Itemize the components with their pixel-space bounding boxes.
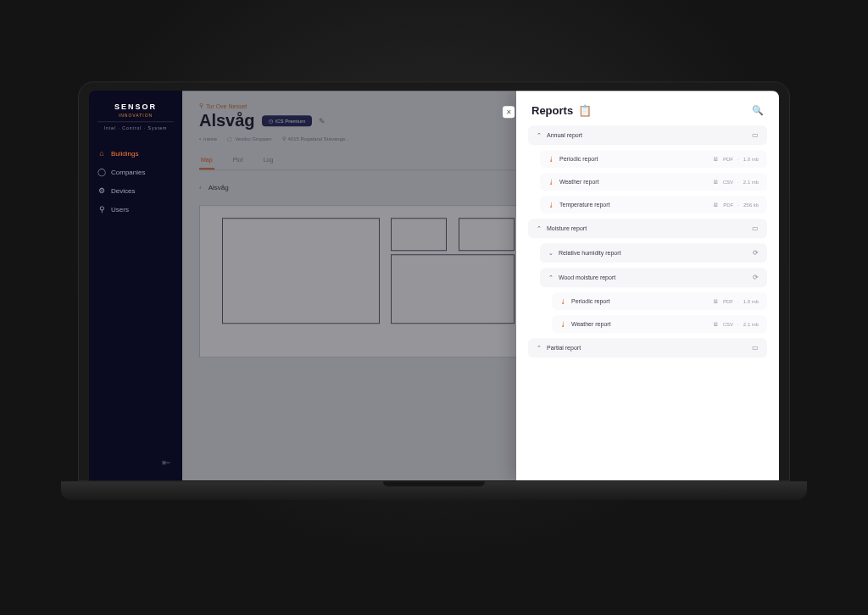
download-icon[interactable]: ⭳ bbox=[560, 298, 566, 304]
sidebar-item-buildings[interactable]: ⌂Buildings bbox=[97, 149, 174, 158]
document-icon: 🗎 bbox=[713, 202, 719, 208]
search-icon[interactable]: 🔍 bbox=[752, 105, 764, 116]
report-file[interactable]: ⭳Weather report🗎CSV·2.1 mb bbox=[552, 315, 767, 333]
group-label: Moisture report bbox=[547, 225, 587, 231]
report-file[interactable]: ⭳Periodic report🗎PDF·1.0 mb bbox=[540, 150, 767, 168]
logo-name: SENSOR bbox=[97, 102, 174, 111]
nav-icon: ⚙ bbox=[97, 186, 106, 195]
document-icon: 🗎 bbox=[713, 179, 719, 185]
reports-panel: ✕ Reports 📋 🔍 ⌃Annual report▭⭳Periodic r… bbox=[516, 91, 779, 480]
close-panel-button[interactable]: ✕ bbox=[503, 106, 515, 118]
file-size: 1.0 mb bbox=[743, 299, 759, 304]
file-format: PDF bbox=[723, 157, 733, 162]
download-icon[interactable]: ⭳ bbox=[548, 179, 554, 185]
file-label: Weather report bbox=[571, 321, 611, 327]
chevron-icon: ⌃ bbox=[537, 345, 542, 352]
chevron-icon: ⌃ bbox=[537, 225, 542, 232]
report-group[interactable]: ⌄Relative humidity report⟳ bbox=[540, 243, 767, 263]
logo-tag: Intel · Control · System bbox=[97, 121, 174, 130]
clipboard-icon: 📋 bbox=[578, 104, 592, 117]
folder-icon: ▭ bbox=[752, 224, 759, 232]
folder-icon: ⟳ bbox=[753, 274, 759, 281]
chevron-icon: ⌄ bbox=[548, 250, 554, 257]
collapse-sidebar-icon[interactable]: ⇤ bbox=[97, 457, 174, 468]
group-label: Partial report bbox=[547, 345, 581, 351]
chevron-icon: ⌃ bbox=[548, 274, 554, 281]
file-size: 256 kb bbox=[743, 202, 759, 208]
file-format: PDF bbox=[723, 299, 733, 304]
document-icon: 🗎 bbox=[713, 156, 719, 162]
file-label: Periodic report bbox=[559, 156, 598, 162]
nav-icon: ⚲ bbox=[97, 205, 106, 213]
group-label: Wood moisture report bbox=[559, 274, 615, 280]
download-icon[interactable]: ⭳ bbox=[548, 202, 554, 208]
sidebar-item-companies[interactable]: ◯Companies bbox=[97, 168, 174, 176]
group-label: Annual report bbox=[547, 132, 582, 138]
file-format: CSV bbox=[723, 180, 733, 185]
file-format: PDF bbox=[723, 202, 733, 208]
report-group[interactable]: ⌃Partial report▭ bbox=[528, 338, 767, 357]
file-label: Periodic report bbox=[571, 298, 610, 304]
report-group[interactable]: ⌃Moisture report▭ bbox=[528, 219, 767, 238]
download-icon[interactable]: ⭳ bbox=[548, 156, 554, 162]
folder-icon: ▭ bbox=[752, 344, 759, 352]
folder-icon: ▭ bbox=[752, 131, 759, 139]
panel-title: Reports bbox=[531, 104, 573, 117]
file-size: 2.1 mb bbox=[743, 322, 759, 327]
report-file[interactable]: ⭳Temperature report🗎PDF·256 kb bbox=[540, 196, 767, 213]
file-size: 1.0 mb bbox=[743, 157, 759, 162]
file-format: CSV bbox=[723, 322, 733, 327]
group-label: Relative humidity report bbox=[559, 250, 621, 256]
logo-sub: INNOVATION bbox=[97, 113, 174, 118]
download-icon[interactable]: ⭳ bbox=[560, 321, 566, 327]
file-label: Temperature report bbox=[559, 202, 610, 208]
file-size: 2.1 mb bbox=[743, 180, 759, 185]
sidebar-item-devices[interactable]: ⚙Devices bbox=[97, 186, 174, 195]
folder-icon: ⟳ bbox=[753, 249, 759, 257]
document-icon: 🗎 bbox=[713, 321, 719, 327]
main-content: ⚲ Tor Ove Nesset Alsvåg ◷ ICS Premium ✎ … bbox=[182, 91, 779, 480]
report-group[interactable]: ⌃Annual report▭ bbox=[528, 125, 767, 145]
report-file[interactable]: ⭳Periodic report🗎PDF·1.0 mb bbox=[552, 292, 767, 310]
report-file[interactable]: ⭳Weather report🗎CSV·2.1 mb bbox=[540, 173, 767, 191]
nav-icon: ◯ bbox=[97, 168, 106, 176]
file-label: Weather report bbox=[559, 179, 599, 185]
document-icon: 🗎 bbox=[713, 298, 719, 304]
nav-icon: ⌂ bbox=[97, 149, 106, 158]
report-group[interactable]: ⌃Wood moisture report⟳ bbox=[540, 268, 767, 287]
sidebar: SENSOR INNOVATION Intel · Control · Syst… bbox=[89, 91, 182, 480]
sidebar-item-users[interactable]: ⚲Users bbox=[97, 205, 174, 213]
chevron-icon: ⌃ bbox=[537, 132, 542, 139]
